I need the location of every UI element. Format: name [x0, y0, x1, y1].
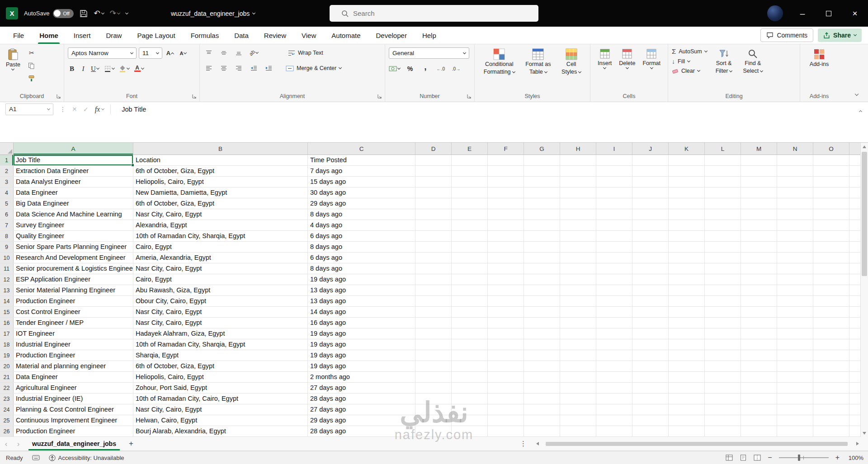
row-header-19[interactable]: 19	[0, 350, 14, 361]
cell-A4[interactable]: Data Engineer	[14, 187, 133, 198]
clear-button[interactable]: Clear	[672, 68, 707, 74]
empty-cells[interactable]	[415, 296, 868, 306]
row-header-23[interactable]: 23	[0, 394, 14, 404]
empty-cells[interactable]	[415, 404, 868, 415]
empty-cells[interactable]	[415, 339, 868, 350]
row-header-7[interactable]: 7	[0, 220, 14, 230]
cell-C6[interactable]: 8 days ago	[308, 209, 415, 220]
drag-handle-icon[interactable]: ⋮	[60, 106, 66, 113]
row-header-9[interactable]: 9	[0, 242, 14, 252]
top-align-button[interactable]	[203, 47, 214, 58]
row-header-25[interactable]: 25	[0, 415, 14, 426]
cell-B25[interactable]: Helwan, Cairo, Egypt	[133, 415, 308, 426]
cell-C9[interactable]: 8 days ago	[308, 242, 415, 252]
customize-toolbar-button[interactable]	[126, 13, 128, 14]
cell-B6[interactable]: Nasr City, Cairo, Egypt	[133, 209, 308, 220]
format-painter-button[interactable]	[26, 73, 37, 84]
tab-view[interactable]: View	[294, 27, 324, 44]
cell-B5[interactable]: 6th of October, Giza, Egypt	[133, 198, 308, 209]
name-box[interactable]	[5, 103, 53, 115]
column-header-A[interactable]: A	[14, 143, 133, 155]
row-header-13[interactable]: 13	[0, 285, 14, 295]
cell-C1[interactable]: Time Posted	[308, 155, 415, 165]
cell-A24[interactable]: Planning & Cost Control Engineer	[14, 404, 133, 415]
row-header-18[interactable]: 18	[0, 339, 14, 350]
tab-help[interactable]: Help	[415, 27, 444, 44]
empty-cells[interactable]	[415, 166, 868, 176]
search-input[interactable]	[353, 9, 507, 17]
share-button[interactable]: Share	[818, 28, 862, 42]
cell-C13[interactable]: 13 days ago	[308, 285, 415, 295]
cell-C15[interactable]: 14 days ago	[308, 307, 415, 317]
row-header-6[interactable]: 6	[0, 209, 14, 220]
insert-function-button[interactable]: fx	[95, 105, 104, 113]
horizontal-scroll-track[interactable]	[542, 441, 853, 446]
cell-C25[interactable]: 29 days ago	[308, 415, 415, 426]
enter-entry-button[interactable]: ✓	[83, 106, 89, 113]
cell-B17[interactable]: Hadayek Alahram, Giza, Egypt	[133, 328, 308, 339]
row-header-26[interactable]: 26	[0, 426, 14, 436]
empty-cells[interactable]	[415, 263, 868, 274]
tab-developer[interactable]: Developer	[368, 27, 415, 44]
tab-draw[interactable]: Draw	[98, 27, 129, 44]
tab-review[interactable]: Review	[256, 27, 294, 44]
alignment-dialog-launcher[interactable]	[377, 94, 382, 99]
copy-button[interactable]	[26, 60, 37, 71]
cell-A19[interactable]: Production Engineer	[14, 350, 133, 361]
cell-B4[interactable]: New Damietta, Damietta, Egypt	[133, 187, 308, 198]
borders-button[interactable]	[104, 63, 114, 74]
cell-B23[interactable]: 10th of Ramadan City, Cairo, Egypt	[133, 394, 308, 404]
row-header-16[interactable]: 16	[0, 318, 14, 328]
row-header-10[interactable]: 10	[0, 253, 14, 263]
cell-C26[interactable]: 28 days ago	[308, 426, 415, 436]
collapse-ribbon-button[interactable]	[855, 89, 858, 97]
macro-record-button[interactable]	[32, 455, 40, 460]
row-header-5[interactable]: 5	[0, 198, 14, 209]
align-left-button[interactable]	[203, 63, 214, 74]
cut-button[interactable]: ✂	[26, 47, 37, 58]
row-header-11[interactable]: 11	[0, 263, 14, 274]
font-size-select[interactable]: 11	[139, 47, 162, 59]
empty-cells[interactable]	[415, 383, 868, 393]
empty-cells[interactable]	[415, 426, 868, 436]
column-header-D[interactable]: D	[415, 143, 452, 155]
cell-B14[interactable]: Obour City, Cairo, Egypt	[133, 296, 308, 306]
scroll-right-button[interactable]	[855, 442, 860, 445]
empty-cells[interactable]	[415, 253, 868, 263]
zoom-level[interactable]: 100%	[846, 455, 863, 461]
normal-view-button[interactable]	[726, 455, 733, 461]
cell-C12[interactable]: 19 days ago	[308, 274, 415, 285]
cell-B16[interactable]: Nasr City, Cairo, Egypt	[133, 318, 308, 328]
undo-button[interactable]: ↶	[94, 9, 104, 18]
horizontal-scrollbar[interactable]	[535, 439, 860, 448]
fill-button[interactable]: ↓ Fill	[672, 58, 707, 65]
addins-button[interactable]: Add-ins	[807, 47, 831, 69]
orientation-button[interactable]: ab	[248, 47, 259, 58]
empty-cells[interactable]	[415, 372, 868, 382]
collapse-formula-bar-button[interactable]	[859, 107, 862, 115]
format-as-table-button[interactable]: Format as Table	[523, 47, 553, 76]
tab-data[interactable]: Data	[226, 27, 256, 44]
accessibility-status[interactable]: Accessibility: Unavailable	[49, 455, 124, 461]
user-avatar[interactable]	[767, 5, 783, 21]
empty-cells[interactable]	[415, 231, 868, 241]
column-header-G[interactable]: G	[524, 143, 560, 155]
cell-B10[interactable]: Ameria, Alexandria, Egypt	[133, 253, 308, 263]
autosum-button[interactable]: Σ AutoSum	[672, 47, 707, 55]
cell-B15[interactable]: Nasr City, Cairo, Egypt	[133, 307, 308, 317]
cell-C7[interactable]: 4 days ago	[308, 220, 415, 230]
cell-B9[interactable]: Cairo, Egypt	[133, 242, 308, 252]
increase-decimal-button[interactable]: ←.0	[435, 63, 446, 74]
row-header-1[interactable]: 1	[0, 155, 14, 165]
row-header-4[interactable]: 4	[0, 187, 14, 198]
empty-cells[interactable]	[415, 187, 868, 198]
wrap-text-button[interactable]: Wrap Text	[288, 50, 323, 56]
cell-styles-button[interactable]: Cell Styles	[559, 47, 583, 76]
fill-color-button[interactable]	[118, 63, 129, 74]
cell-C11[interactable]: 8 days ago	[308, 263, 415, 274]
row-header-12[interactable]: 12	[0, 274, 14, 285]
cell-C17[interactable]: 19 days ago	[308, 328, 415, 339]
empty-cells[interactable]	[415, 350, 868, 361]
tab-formulas[interactable]: Formulas	[183, 27, 227, 44]
column-header-L[interactable]: L	[705, 143, 741, 155]
